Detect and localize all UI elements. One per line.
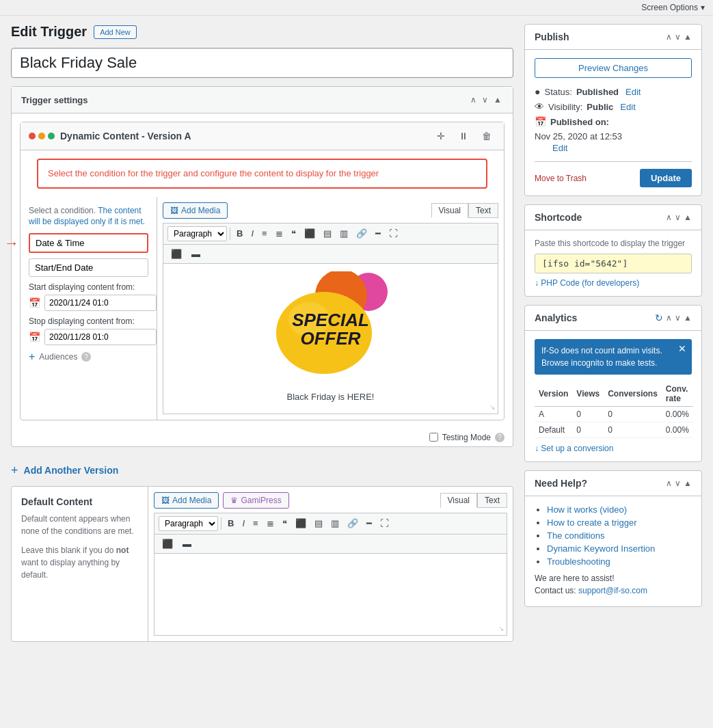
version-editor-area: 🖼 Add Media Visual Text	[157, 197, 504, 420]
add-new-button[interactable]: Add New	[94, 25, 137, 39]
screen-options-button[interactable]: Screen Options ▾	[641, 3, 705, 12]
fullscreen-button[interactable]: ⛶	[386, 227, 401, 240]
help-link-4[interactable]: Troubleshooting	[547, 556, 610, 567]
row-default-conversions: 0	[604, 422, 662, 438]
collapse-down-button[interactable]: ∨	[481, 94, 489, 106]
status-bullet-icon: ●	[535, 86, 540, 97]
condition-select[interactable]: Date & Time User Role Device URL Paramet…	[29, 233, 148, 253]
default-link-button[interactable]: 🔗	[344, 517, 362, 530]
testing-mode-help-icon[interactable]: ?	[495, 433, 505, 442]
add-another-version-row[interactable]: + Add Another Version	[11, 455, 513, 486]
help-collapse-down[interactable]: ∨	[675, 478, 681, 488]
shortcode-collapse-up[interactable]: ∧	[666, 213, 672, 222]
help-collapse-up[interactable]: ∧	[666, 478, 672, 488]
version-move-button[interactable]: ✛	[433, 129, 449, 143]
move-trash-link[interactable]: Move to Trash	[535, 174, 587, 183]
analytics-collapse-toggle[interactable]: ▲	[684, 312, 692, 323]
analytics-collapse-down[interactable]: ∨	[675, 312, 681, 323]
default-quote-button[interactable]: ❝	[279, 517, 291, 530]
trigger-settings-controls: ∧ ∨ ▲	[469, 94, 503, 106]
sub-condition-select[interactable]: Start/End Date Day of Week Time of Day	[29, 258, 148, 277]
collapse-up-button[interactable]: ∧	[469, 94, 478, 106]
special-chars-button[interactable]: ▬	[188, 247, 204, 260]
help-link-2[interactable]: The conditions	[547, 530, 605, 541]
unordered-list-button[interactable]: ≡	[258, 227, 271, 240]
publish-collapse-toggle[interactable]: ▲	[684, 32, 692, 42]
html-button[interactable]: ⬛	[167, 247, 185, 260]
version-condition-panel: Select a condition. The content will be …	[21, 197, 157, 420]
version-editor-content[interactable]: SPECIALOFFER Black Friday is HERE! ↘	[163, 264, 498, 414]
shortcode-value[interactable]: [ifso id="5642"]	[535, 254, 692, 273]
publish-collapse-up[interactable]: ∧	[666, 32, 672, 42]
link-button[interactable]: 🔗	[353, 227, 371, 240]
default-hr-button[interactable]: ━	[363, 517, 375, 530]
preview-changes-button[interactable]: Preview Changes	[535, 58, 692, 78]
start-date-input[interactable]	[44, 295, 157, 311]
default-editor-content[interactable]: ↘	[154, 554, 507, 636]
editor-resize-handle[interactable]: ↘	[489, 403, 495, 411]
version-toolbar-2: ⬛ ▬	[163, 245, 498, 264]
update-button[interactable]: Update	[640, 169, 692, 187]
default-add-media-button[interactable]: 🖼 Add Media	[154, 492, 219, 509]
status-edit-link[interactable]: Edit	[625, 87, 641, 97]
analytics-notice-close-button[interactable]: ✕	[678, 343, 686, 354]
default-resize-handle[interactable]: ↘	[498, 625, 504, 632]
setup-conversion-link[interactable]: ↓ Set up a conversion	[535, 444, 692, 453]
help-link-3[interactable]: Dynamic Keyword Insertion	[547, 543, 655, 554]
visibility-edit-link[interactable]: Edit	[620, 102, 635, 112]
testing-mode-checkbox[interactable]	[429, 433, 438, 442]
gamipress-button[interactable]: ♛ GamiPress	[223, 492, 288, 509]
trigger-name-input[interactable]	[11, 48, 513, 78]
paragraph-select[interactable]: Paragraph Heading 1 Heading 2	[167, 226, 227, 241]
analytics-collapse-up[interactable]: ∧	[666, 312, 672, 323]
default-toolbar-2: ⬛ ▬	[154, 535, 507, 554]
hr-button[interactable]: ━	[372, 227, 384, 240]
visibility-icon: 👁	[535, 101, 544, 112]
default-text-tab[interactable]: Text	[477, 493, 507, 508]
default-align-right-button[interactable]: ▥	[327, 517, 342, 530]
condition-link[interactable]: The content will be displayed only if it…	[29, 206, 145, 227]
stop-date-input[interactable]	[44, 329, 157, 345]
align-left-button[interactable]: ⬛	[301, 227, 319, 240]
blockquote-button[interactable]: ❝	[288, 227, 299, 240]
callout-container: Select the condition for the trigger and…	[29, 159, 496, 189]
default-italic-button[interactable]: I	[239, 517, 248, 530]
ordered-list-button[interactable]: ≣	[272, 227, 286, 240]
italic-button[interactable]: I	[247, 227, 257, 240]
callout-box: Select the condition for the trigger and…	[37, 159, 487, 189]
version-pause-button[interactable]: ⏸	[455, 129, 472, 143]
collapse-toggle-button[interactable]: ▲	[492, 94, 503, 106]
default-bold-button[interactable]: B	[224, 517, 237, 530]
default-fullscreen-button[interactable]: ⛶	[377, 517, 392, 530]
default-align-left-button[interactable]: ⬛	[292, 517, 310, 530]
text-tab[interactable]: Text	[468, 203, 498, 218]
php-code-link[interactable]: ↓ PHP Code (for developers)	[535, 278, 639, 288]
shortcode-collapse-toggle[interactable]: ▲	[684, 213, 692, 222]
version-add-media-button[interactable]: 🖼 Add Media	[163, 202, 228, 219]
analytics-table: Version Views Conversions Conv. rate A 0…	[535, 381, 693, 438]
default-ul-button[interactable]: ≡	[250, 517, 262, 530]
published-edit-row: Edit	[535, 143, 692, 153]
publish-collapse-down[interactable]: ∨	[675, 32, 681, 42]
visual-tab[interactable]: Visual	[431, 203, 468, 218]
default-ol-button[interactable]: ≣	[263, 517, 278, 530]
audiences-help-icon[interactable]: ?	[81, 352, 91, 362]
help-link-0[interactable]: How it works (video)	[547, 504, 627, 515]
align-right-button[interactable]: ▥	[336, 227, 351, 240]
default-paragraph-select[interactable]: Paragraph	[159, 516, 218, 531]
help-collapse-toggle[interactable]: ▲	[684, 478, 692, 488]
analytics-refresh-button[interactable]: ↻	[655, 312, 663, 323]
default-special-button[interactable]: ▬	[179, 537, 195, 550]
help-link-1[interactable]: How to create a trigger	[547, 517, 637, 528]
bold-button[interactable]: B	[233, 227, 246, 240]
audiences-add-button[interactable]: +	[29, 351, 35, 363]
default-align-center-button[interactable]: ▤	[311, 517, 326, 530]
default-visual-tab[interactable]: Visual	[440, 493, 477, 508]
align-center-button[interactable]: ▤	[320, 227, 335, 240]
screen-options-label: Screen Options	[641, 3, 698, 12]
default-html-button[interactable]: ⬛	[159, 537, 176, 550]
version-delete-button[interactable]: 🗑	[478, 129, 496, 143]
shortcode-collapse-down[interactable]: ∨	[675, 213, 681, 222]
published-edit-link[interactable]: Edit	[552, 143, 567, 153]
support-email-link[interactable]: support@if-so.com	[578, 586, 647, 595]
